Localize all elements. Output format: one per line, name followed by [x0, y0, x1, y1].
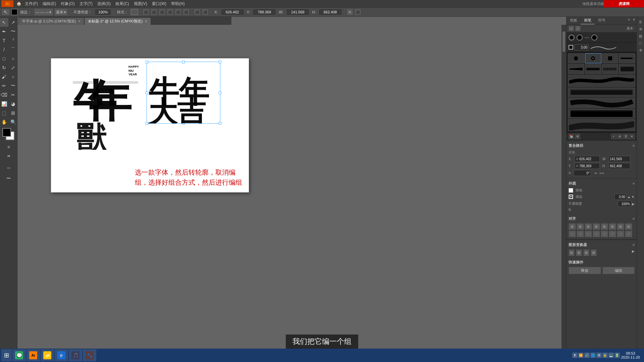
tab-untitled[interactable]: 未标题-1* @ 12.5% (CMYK/预览) ✕	[84, 17, 151, 25]
dist-extra1[interactable]: ⋯	[617, 231, 624, 237]
menu-effect[interactable]: 效果(C)	[113, 0, 131, 7]
align-hcenter-btn[interactable]: ⊟	[577, 223, 584, 230]
stroke-swatch[interactable]	[11, 9, 17, 15]
align-v-center[interactable]: ⬛	[175, 9, 181, 15]
selection-tool[interactable]: ↖	[0, 18, 8, 27]
tab-brushes[interactable]: 画笔	[581, 17, 595, 24]
flip-btn[interactable]: ⬛	[355, 9, 361, 15]
distribute-h[interactable]: ⬛	[194, 9, 201, 15]
brush-lib-btn[interactable]: 📚	[569, 134, 574, 139]
opacity-input[interactable]	[95, 9, 111, 15]
w-input[interactable]	[286, 9, 310, 15]
line-tool[interactable]: /	[0, 45, 8, 54]
tray-icon-1[interactable]: ⬆	[572, 353, 578, 358]
comp-btn-1[interactable]: ⊟	[569, 249, 575, 256]
fill-circle-btn[interactable]	[577, 35, 583, 41]
stroke-size-input[interactable]	[575, 44, 589, 50]
rotate-btn[interactable]: ↻	[346, 9, 353, 15]
comp-btn-3[interactable]: ⊟	[583, 249, 589, 256]
stroke-up-btn[interactable]: ▲	[627, 195, 631, 199]
brush-item-thick[interactable]	[619, 64, 635, 74]
brush-item-big4[interactable]	[568, 109, 635, 118]
hand-tool[interactable]: ✋	[0, 118, 8, 126]
brush-item-big2[interactable]	[568, 87, 635, 97]
x-coord-display[interactable]: ⊕ 626,402	[575, 156, 600, 162]
zoom-tool[interactable]: 🔍	[9, 118, 17, 126]
taskbar-clock[interactable]: 08:53 2020-11-20	[621, 351, 640, 359]
stroke-white-box[interactable]	[569, 45, 573, 50]
tab-swatches[interactable]: 色板	[567, 17, 581, 24]
distribute-v[interactable]: ⬛	[202, 9, 209, 15]
dist-h3-btn[interactable]: ⋯	[601, 231, 608, 237]
y-coord-display[interactable]: ⊕ 788,369	[575, 163, 600, 169]
stroke-panel-swatch[interactable]	[569, 194, 573, 199]
selected-object-group[interactable]: 牛年 大吉	[147, 62, 220, 124]
rotate-input[interactable]	[574, 170, 591, 176]
align-bottom-btn[interactable]: ⊟	[609, 223, 616, 230]
release-btn[interactable]: 释放	[569, 267, 601, 274]
vertical-scrollbar[interactable]	[561, 25, 566, 349]
brush-item-line2[interactable]	[568, 64, 584, 74]
properties-panel-icon[interactable]: ☰	[638, 19, 644, 25]
arc-tool[interactable]: ⌒	[9, 45, 17, 54]
panel-close-btn[interactable]: ✕	[631, 17, 637, 24]
layers-panel-icon[interactable]: ▨	[638, 33, 644, 39]
dist-v2-btn[interactable]: ⋮	[593, 231, 600, 237]
dist-v3-btn[interactable]: ⋮	[609, 231, 616, 237]
fill-none-btn[interactable]: ⊘	[4, 142, 13, 151]
brush-item-line1[interactable]	[619, 53, 635, 63]
tab-symbols[interactable]: 符号	[595, 17, 609, 24]
pen-tool[interactable]: ✒	[0, 27, 8, 36]
transform-panel-icon[interactable]: ⊞	[638, 26, 644, 32]
h-coord-display[interactable]: 662,408	[608, 163, 630, 169]
brush-extra-icon[interactable]: ✕	[629, 134, 635, 139]
align-extra1[interactable]: ⊟	[617, 223, 624, 230]
brush-menu-icon[interactable]: ☰	[623, 134, 629, 139]
tray-icon-6[interactable]: 🔒	[602, 353, 608, 358]
change-screen-mode[interactable]: ▭	[4, 163, 13, 172]
brush-item-dot[interactable]	[568, 53, 584, 63]
group-btn[interactable]: 编组	[602, 267, 635, 274]
bar-chart-tool[interactable]: 📊	[0, 100, 8, 108]
align-v-bottom[interactable]: ⬛	[183, 9, 190, 15]
menu-view[interactable]: 视图(V)	[132, 0, 149, 7]
w-coord-display[interactable]: 141.569	[608, 156, 630, 162]
taskbar-illustrator[interactable]: Ai	[26, 349, 40, 361]
tab-cow-font[interactable]: 牛字体.ai @ 3.12% (CMYK/预览) ✕	[18, 17, 84, 25]
ellipse-tool[interactable]: ○	[9, 54, 17, 63]
properties-options[interactable]: ≡	[633, 144, 635, 147]
tab-close-2[interactable]: ✕	[145, 19, 147, 23]
tab-close-1[interactable]: ✕	[78, 19, 80, 23]
tray-icon-7[interactable]: 💻	[608, 353, 614, 358]
dist-h-btn[interactable]: ⋯	[569, 231, 576, 237]
panel-menu-btn[interactable]: ≡	[627, 17, 631, 24]
taskbar-app2[interactable]: 🐾	[83, 349, 96, 361]
comp-expand[interactable]: ▶	[632, 249, 635, 256]
curvature-tool[interactable]: 〜	[9, 27, 17, 36]
start-button[interactable]: ⊞	[1, 349, 12, 361]
x-input[interactable]	[221, 9, 244, 15]
eraser-tool[interactable]: ⌫	[0, 90, 8, 99]
brush-del-btn[interactable]: ⊘	[617, 134, 623, 139]
taskbar-explorer[interactable]: 📁	[41, 349, 54, 361]
brush-options-btn[interactable]: ⚙	[575, 134, 580, 139]
brush-item-rough[interactable]	[602, 64, 619, 74]
stroke-circle-btn[interactable]	[591, 35, 597, 41]
blob-brush-tool[interactable]: ○	[9, 72, 17, 81]
tray-icon-3[interactable]: 🔊	[584, 353, 590, 358]
pie-chart-tool[interactable]: ◕	[9, 100, 17, 108]
menu-edit[interactable]: 编辑(E)	[41, 0, 58, 7]
dist-extra2[interactable]: ⋮	[625, 231, 632, 237]
tray-icon-8[interactable]: 🔋	[614, 353, 620, 358]
align-h-center[interactable]: ⬛	[151, 9, 157, 15]
pencil-tool[interactable]: ✏	[0, 81, 8, 90]
cc-libraries-icon[interactable]: ⊕	[638, 47, 644, 53]
align-right-btn[interactable]: ⊟	[585, 223, 592, 230]
align-top-btn[interactable]: ⊟	[593, 223, 600, 230]
menu-object[interactable]: 对象(O)	[59, 0, 76, 7]
direct-selection-tool[interactable]: ↗	[9, 18, 17, 27]
menu-text[interactable]: 文字(T)	[77, 0, 95, 7]
rect-tool[interactable]: □	[0, 54, 8, 63]
artboard-panel-icon[interactable]: □	[638, 40, 644, 46]
brush-new-btn[interactable]: ✓	[611, 134, 616, 139]
